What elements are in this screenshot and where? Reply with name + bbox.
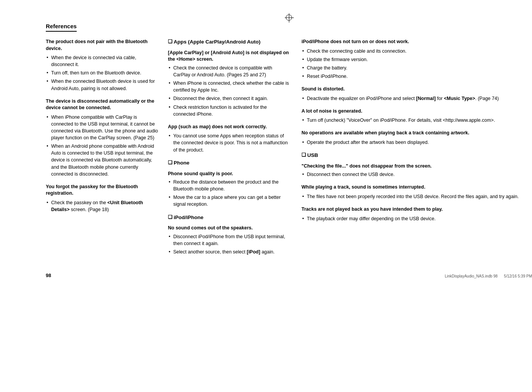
page-footer: 98 LinkDisplayAudio_NAS.indb 98 5/12/16 … [46, 273, 532, 278]
section-passkey-heading: You forgot the passkey for the Bluetooth… [46, 184, 160, 197]
col-right: iPod/iPhone does not turn on or does not… [298, 39, 532, 261]
section-noise-heading: A lot of noise is generated. [301, 108, 532, 115]
footer-file: LinkDisplayAudio_NAS.indb 98 [445, 274, 498, 278]
sound-post: . (Page 74) [475, 96, 499, 101]
section-passkey-list: Check the passkey on the <Unit Bluetooth… [46, 199, 160, 213]
section-apps: Apps (Apple CarPlay/Android Auto) [Apple… [168, 39, 289, 118]
sound-mid: for [436, 96, 444, 101]
list-item: Check the connected device is compatible… [168, 65, 289, 78]
reg-mark-top [286, 15, 292, 21]
section-app-map-list: You cannot use some Apps when reception … [168, 132, 289, 153]
list-item: The files have not been properly recorde… [301, 193, 532, 200]
section-usb-subheading: "Checking the file..." does not disappea… [301, 163, 532, 170]
sound-bold1: [Normal] [416, 96, 435, 101]
section-apps-heading: Apps (Apple CarPlay/Android Auto) [168, 39, 289, 46]
list-item: Reset iPod/iPhone. [301, 73, 532, 80]
section-usb-list: Disconnect then connect the USB device. [301, 171, 532, 178]
page-title: References [46, 23, 77, 32]
section-device-disconnected: The device is disconnected automatically… [46, 98, 160, 177]
section-artwork: No operations are available when playing… [301, 130, 532, 146]
list-item: The playback order may differ depending … [301, 215, 532, 222]
section-noise: A lot of noise is generated. Turn off (u… [301, 108, 532, 124]
section-tracks: Tracks are not played back as you have i… [301, 206, 532, 222]
list-item: Disconnect iPod/iPhone from the USB inpu… [168, 233, 289, 247]
list-item: Deactivate the equalizer on iPod/iPhone … [301, 95, 532, 102]
page-wrapper: References The product does not pair wit… [23, 11, 532, 392]
list-item: Charge the battery. [301, 65, 532, 71]
list-item: Turn off (uncheck) "VoiceOver" on iPod/i… [301, 117, 532, 124]
passkey-text-post: screen. (Page 18) [69, 207, 109, 212]
list-item: Operate the product after the artwork ha… [301, 139, 532, 146]
section-phone-heading: Phone [168, 160, 289, 167]
section-passkey: You forgot the passkey for the Bluetooth… [46, 184, 160, 213]
list-item: Disconnect the device, then connect it a… [168, 95, 289, 102]
col-mid: Apps (Apple CarPlay/Android Auto) [Apple… [168, 39, 298, 261]
ipod-select-pre: Select another source, then select [173, 249, 247, 255]
section-artwork-heading: No operations are available when playing… [301, 130, 532, 137]
section-sound-distorted: Sound is distorted. Deactivate the equal… [301, 86, 532, 102]
sound-bold2: <Music Type> [444, 96, 475, 101]
footer-date: 5/12/16 5:39 PM [504, 274, 532, 278]
list-item: Turn off, then turn on the Bluetooth dev… [46, 69, 160, 76]
footer-meta: LinkDisplayAudio_NAS.indb 98 5/12/16 5:3… [445, 274, 532, 278]
section-artwork-list: Operate the product after the artwork ha… [301, 139, 532, 146]
section-bluetooth-pair-list: When the device is connected via cable, … [46, 54, 160, 92]
columns-wrapper: The product does not pair with the Bluet… [46, 39, 532, 261]
section-ipod-notwork-heading: iPod/iPhone does not turn on or does not… [301, 39, 532, 45]
list-item: Select another source, then select [iPod… [168, 248, 289, 255]
section-phone-subheading: Phone sound quality is poor. [168, 171, 289, 177]
list-item: When iPhone is connected, check whether … [168, 80, 289, 94]
section-bluetooth-pair: The product does not pair with the Bluet… [46, 39, 160, 92]
section-tracks-list: The playback order may differ depending … [301, 215, 532, 222]
page-number: 98 [46, 273, 51, 278]
list-item: Check restriction function is activated … [168, 104, 289, 118]
section-app-map: App (such as map) does not work correctl… [168, 124, 289, 153]
list-item: Update the firmware version. [301, 56, 532, 63]
list-item: Check the connecting cable and its conne… [301, 48, 532, 55]
section-phone-list: Reduce the distance between the product … [168, 179, 289, 208]
section-ipod-notwork: iPod/iPhone does not turn on or does not… [301, 39, 532, 80]
col-left: The product does not pair with the Bluet… [46, 39, 168, 261]
section-ipod-subheading: No sound comes out of the speakers. [168, 225, 289, 232]
section-app-map-heading: App (such as map) does not work correctl… [168, 124, 289, 131]
section-sound-distorted-list: Deactivate the equalizer on iPod/iPhone … [301, 95, 532, 102]
section-sound-distorted-heading: Sound is distorted. [301, 86, 532, 93]
section-interrupted-heading: While playing a track, sound is sometime… [301, 184, 532, 191]
ipod-select-post: again. [260, 249, 275, 255]
section-noise-list: Turn off (uncheck) "VoiceOver" on iPod/i… [301, 117, 532, 124]
sound-pre: Deactivate the equalizer on iPod/iPhone … [307, 96, 416, 101]
section-ipod-notwork-list: Check the connecting cable and its conne… [301, 48, 532, 80]
section-interrupted: While playing a track, sound is sometime… [301, 184, 532, 200]
ipod-select-bold: [iPod] [247, 249, 260, 255]
section-device-disconnected-heading: The device is disconnected automatically… [46, 98, 160, 111]
section-device-disconnected-list: When iPhone compatible with CarPlay is c… [46, 114, 160, 177]
section-usb-heading: USB [301, 152, 532, 159]
list-item: Disconnect then connect the USB device. [301, 171, 532, 178]
list-item: Move the car to a place where you can ge… [168, 194, 289, 208]
list-item: When iPhone compatible with CarPlay is c… [46, 114, 160, 142]
section-ipod-list: Disconnect iPod/iPhone from the USB inpu… [168, 233, 289, 255]
list-item: You cannot use some Apps when reception … [168, 132, 289, 153]
section-apps-subheading: [Apple CarPlay] or [Android Auto] is not… [168, 50, 289, 63]
list-item: Reduce the distance between the product … [168, 179, 289, 192]
list-item: Check the passkey on the <Unit Bluetooth… [46, 199, 160, 213]
passkey-text-pre: Check the passkey on the [51, 200, 107, 205]
list-item: When an Android phone compatible with An… [46, 143, 160, 177]
list-item: When the connected Bluetooth device is u… [46, 78, 160, 92]
section-ipod-heading: iPod/iPhone [168, 214, 289, 221]
section-phone: Phone Phone sound quality is poor. Reduc… [168, 160, 289, 208]
section-tracks-heading: Tracks are not played back as you have i… [301, 206, 532, 213]
section-apps-list: Check the connected device is compatible… [168, 65, 289, 118]
section-interrupted-list: The files have not been properly recorde… [301, 193, 532, 200]
list-item: When the device is connected via cable, … [46, 54, 160, 68]
section-ipod: iPod/iPhone No sound comes out of the sp… [168, 214, 289, 256]
section-bluetooth-pair-heading: The product does not pair with the Bluet… [46, 39, 160, 52]
section-usb: USB "Checking the file..." does not disa… [301, 152, 532, 178]
